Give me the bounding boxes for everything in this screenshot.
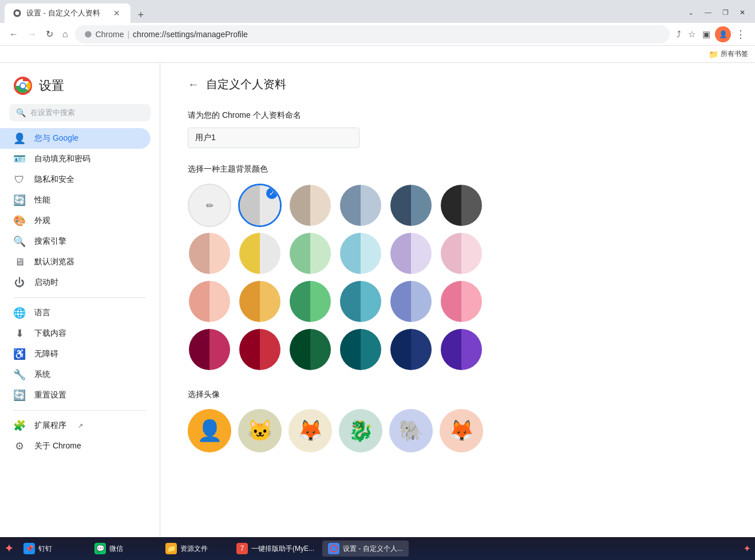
minimize-button[interactable]: —: [700, 5, 716, 21]
color-circle-salmon[interactable]: [188, 280, 231, 323]
color-circle-blue-gray[interactable]: [339, 184, 382, 227]
new-tab-button[interactable]: +: [133, 7, 149, 23]
profile-avatar[interactable]: 👤: [715, 26, 731, 42]
menu-icon[interactable]: ⋮: [733, 26, 748, 43]
taskbar-label-files: 资源文件: [180, 544, 208, 554]
color-circle-mint[interactable]: [288, 232, 332, 275]
taskbar-dingding[interactable]: 📌 钉钉: [18, 541, 86, 557]
sidebar-item-search[interactable]: 🔍 搜索引擎: [0, 231, 151, 252]
sidebar-item-autofill[interactable]: 🪪 自动填充和密码: [0, 149, 151, 169]
taskbar-yijian[interactable]: 7 一键排版助手(MyE...: [231, 541, 320, 557]
settings-favicon: [13, 9, 22, 18]
search-engine-icon: 🔍: [14, 236, 25, 247]
color-circle-dark-rose[interactable]: [188, 328, 231, 371]
bookmark-icon[interactable]: ☆: [686, 27, 698, 42]
sidebar-item-system[interactable]: 🔧 系统: [0, 364, 151, 385]
address-separator: |: [127, 30, 129, 39]
avatar-cat[interactable]: 🐱: [238, 409, 282, 452]
avatar-emoji-fox: 🦊: [298, 419, 323, 443]
color-circle-dark-red[interactable]: [238, 328, 282, 371]
share-icon[interactable]: ⤴: [674, 27, 683, 41]
color-circle-periwinkle[interactable]: [389, 280, 433, 323]
tab-close-button[interactable]: ✕: [111, 7, 122, 19]
color-circle-near-black[interactable]: [440, 184, 483, 227]
sidebar-item-performance[interactable]: 🔄 性能: [0, 190, 151, 211]
address-input[interactable]: Chrome | chrome://settings/manageProfile: [75, 25, 670, 43]
sidebar-label-reset: 重置设置: [34, 390, 66, 400]
sidebar-search-container: 🔍 在设置中搜索: [0, 104, 160, 128]
sidebar-item-appearance[interactable]: 🎨 外观: [0, 211, 151, 231]
home-button[interactable]: ⌂: [60, 27, 70, 42]
sidebar-item-startup[interactable]: ⏻ 启动时: [0, 272, 151, 293]
color-circle-orange[interactable]: [238, 280, 282, 323]
color-circle-gray-light[interactable]: ✓: [238, 184, 282, 227]
google-icon: 👤: [14, 133, 25, 144]
sidebar-item-accessibility[interactable]: ♿ 无障碍: [0, 344, 151, 364]
restore-button[interactable]: ❐: [717, 5, 733, 21]
sidebar-item-downloads[interactable]: ⬇ 下载内容: [0, 323, 151, 344]
sidebar-item-extensions[interactable]: 🧩 扩展程序 ↗: [0, 415, 151, 436]
avatar-section-title: 选择头像: [188, 390, 533, 400]
performance-icon: 🔄: [14, 194, 25, 206]
avatar-origami[interactable]: 🦊: [440, 409, 483, 452]
close-button[interactable]: ✕: [734, 5, 750, 21]
color-circle-dark-blue-gray[interactable]: [389, 184, 433, 227]
color-circle-yellow-gray[interactable]: [238, 232, 282, 275]
bookmarks-label: 所有书签: [721, 49, 748, 59]
language-icon: 🌐: [14, 307, 25, 319]
color-circle-peach[interactable]: [188, 232, 231, 275]
bookmarks-folder[interactable]: 📁 所有书签: [709, 49, 748, 59]
forward-button[interactable]: →: [25, 27, 39, 42]
avatar-person[interactable]: 👤: [188, 409, 231, 452]
profile-name-input[interactable]: [188, 128, 359, 148]
name-section-label: 请为您的 Chrome 个人资料命名: [188, 110, 533, 121]
tab-title: 设置 - 自定义个人资料: [26, 8, 100, 18]
color-circle-sky-blue[interactable]: [339, 232, 382, 275]
color-circle-green[interactable]: [288, 280, 332, 323]
taskbar-files[interactable]: 📁 资源文件: [160, 541, 228, 557]
taskbar-settings[interactable]: 设置 - 自定义个人...: [322, 541, 409, 557]
color-circle-custom[interactable]: ✏: [188, 184, 231, 227]
page-title: 自定义个人资料: [206, 77, 286, 92]
settings-search[interactable]: 🔍 在设置中搜索: [9, 104, 151, 121]
sidebar-item-reset[interactable]: 🔄 重置设置: [0, 385, 151, 406]
color-circle-teal[interactable]: [339, 280, 382, 323]
color-circle-blush[interactable]: [440, 232, 483, 275]
refresh-button[interactable]: ↻: [44, 26, 56, 42]
avatar-fox[interactable]: 🦊: [288, 409, 332, 452]
sidebar-label-about: 关于 Chrome: [34, 441, 81, 451]
sidebar-item-language[interactable]: 🌐 语言: [0, 303, 151, 323]
color-circle-warm-gray[interactable]: [288, 184, 332, 227]
files-icon: 📁: [165, 543, 177, 554]
active-tab[interactable]: 设置 - 自定义个人资料 ✕: [5, 3, 131, 23]
search-placeholder: 在设置中搜索: [30, 108, 75, 118]
color-circle-pink[interactable]: [440, 280, 483, 323]
svg-point-5: [21, 84, 25, 88]
color-circle-lavender[interactable]: [389, 232, 433, 275]
sidebar-label-privacy: 隐私和安全: [34, 174, 74, 185]
dingding-icon: 📌: [23, 543, 35, 554]
color-circle-dark-teal[interactable]: [339, 328, 382, 371]
avatar-dragon[interactable]: 🐉: [339, 409, 382, 452]
color-circle-navy[interactable]: [389, 328, 433, 371]
window-controls: ⌄ — ❐ ✕: [683, 5, 750, 23]
back-button[interactable]: ←: [188, 78, 199, 91]
sidebar-item-browser[interactable]: 🖥 默认浏览器: [0, 252, 151, 272]
color-circle-forest[interactable]: [288, 328, 332, 371]
sidebar-label-google: 您与 Google: [34, 133, 78, 144]
system-icon: 🔧: [14, 369, 25, 380]
avatar-elephant[interactable]: 🐘: [389, 409, 433, 452]
color-circle-purple[interactable]: [440, 328, 483, 371]
chevron-button[interactable]: ⌄: [683, 5, 699, 21]
browser-icon: 🖥: [14, 256, 25, 268]
sidebar-icon[interactable]: ▣: [700, 27, 713, 42]
sidebar-label-language: 语言: [34, 308, 50, 318]
sidebar-item-about[interactable]: ⚙ 关于 Chrome: [0, 436, 151, 456]
app-body: 设置 🔍 在设置中搜索 👤 您与 Google 🪪 自动填充和密码 🛡 隐私和安…: [0, 63, 755, 537]
selected-check: ✓: [266, 188, 278, 199]
sidebar-item-google[interactable]: 👤 您与 Google: [0, 128, 151, 149]
taskbar-wechat[interactable]: 💬 微信: [89, 541, 157, 557]
back-button[interactable]: ←: [7, 27, 21, 42]
sidebar-item-privacy[interactable]: 🛡 隐私和安全: [0, 169, 151, 190]
chrome-logo: [14, 77, 32, 95]
